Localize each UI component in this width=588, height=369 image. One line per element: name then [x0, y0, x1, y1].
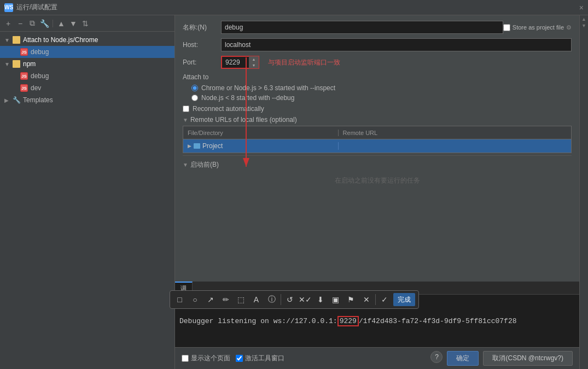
help-button[interactable]: ?: [430, 351, 443, 363]
expand-arrow: ▼: [4, 61, 12, 67]
ann-close-button[interactable]: ✕: [360, 293, 373, 306]
scroll-down-button[interactable]: ▼: [580, 23, 588, 28]
ann-download-button[interactable]: ⬇: [314, 293, 327, 306]
console-text-guid: /1f42d483-fa72-4f3d-9df9-5ff81cc07f28: [359, 317, 517, 325]
add-button[interactable]: +: [3, 19, 13, 28]
port-decrement-button[interactable]: ▼: [249, 62, 259, 68]
tree-node-icon: JS: [20, 48, 28, 56]
config-form: 名称:(N) Store as project file ⚙ Host:: [175, 15, 579, 282]
right-panel: 名称:(N) Store as project file ⚙ Host:: [175, 15, 588, 369]
remote-urls-section: ▼ Remote URLs of local files (optional): [183, 116, 572, 124]
separator: [53, 20, 53, 27]
tree-item-npm-dev[interactable]: JS dev: [0, 82, 174, 94]
bottom-right: ? 确定 取消(CSDN @ntcrwgv?): [430, 351, 573, 366]
store-project-settings-icon[interactable]: ⚙: [566, 24, 572, 31]
store-project-checkbox[interactable]: [503, 24, 510, 31]
ann-undo-button[interactable]: ↺: [283, 293, 296, 306]
close-button[interactable]: ×: [579, 3, 584, 12]
title-bar: WS 运行/调试配置 ×: [0, 0, 588, 15]
port-increment-button[interactable]: ▲: [249, 56, 259, 62]
table-row[interactable]: ▶ Project: [183, 139, 571, 153]
tree-item-debug-selected[interactable]: JS debug: [0, 46, 174, 58]
move-up-button[interactable]: ▲: [56, 19, 66, 28]
tree-folder-icon-npm: [12, 60, 21, 68]
name-input[interactable]: [221, 21, 503, 34]
ann-text-button[interactable]: A: [250, 293, 263, 306]
annotation-toolbar: □ ○ ↗ ✏ ⬚ A ⓘ ↺ ✕✓ ⬇ ▣ ⚑ ✕ ✓ 完成: [170, 290, 419, 309]
title-bar-left: WS 运行/调试配置: [4, 3, 57, 12]
activate-window-row: 激活工具窗口: [236, 354, 284, 363]
host-label: Host:: [183, 41, 221, 49]
remote-urls-label: Remote URLs of local files (optional): [190, 116, 297, 124]
radio-debug[interactable]: [191, 95, 198, 101]
cancel-button[interactable]: 取消(CSDN @ntcrwgv?): [483, 351, 573, 366]
ann-rect-button[interactable]: □: [173, 293, 187, 306]
ann-done-button[interactable]: 完成: [393, 293, 415, 306]
tree-label-npm: npm: [23, 60, 36, 68]
folder-icon: [194, 143, 200, 149]
sidebar-tree: ▼ Attach to Node.js/Chrome JS debug ▼: [0, 32, 174, 369]
remove-button[interactable]: −: [15, 19, 25, 28]
attach-to-label: Attach to: [183, 73, 572, 81]
title-bar-title: 运行/调试配置: [16, 3, 57, 12]
remote-urls-table: File/Directory Remote URL ▶ Project: [183, 126, 572, 153]
port-input-container: ▲ ▼: [221, 56, 259, 69]
tree-item-npm-debug[interactable]: JS debug: [0, 70, 174, 82]
right-panel-content: 名称:(N) Store as project file ⚙ Host:: [175, 15, 579, 369]
tree-item-attach-group[interactable]: ▼ Attach to Node.js/Chrome: [0, 34, 174, 46]
name-label: 名称:(N): [183, 23, 221, 32]
scroll-up-button[interactable]: ▲: [580, 16, 588, 22]
tree-item-templates[interactable]: ▶ 🔧 Templates: [0, 94, 174, 106]
settings-button[interactable]: 🔧: [39, 19, 49, 28]
bottom-bar: 显示这个页面 激活工具窗口 ? 确定 取消(CSDN @ntcrwgv?): [175, 347, 579, 369]
table-header-url: Remote URL: [339, 130, 571, 136]
tree-label-npm-dev: dev: [31, 84, 41, 92]
ann-flag-button[interactable]: ⚑: [345, 293, 358, 306]
ann-crop-button[interactable]: ⬚: [235, 293, 248, 306]
console-text-pre: Debugger listening on ws://127.0.0.1:: [179, 317, 337, 325]
radio-inspect[interactable]: [191, 85, 198, 91]
host-input[interactable]: [221, 38, 572, 51]
ann-draw-button[interactable]: ✏: [219, 293, 232, 306]
expand-arrow: ▼: [4, 37, 12, 43]
sidebar: + − ⧉ 🔧 ▲ ▼ ⇅ ▼ Attach to Node.js/Chrome: [0, 15, 175, 369]
name-store-row: 名称:(N) Store as project file ⚙: [183, 21, 572, 34]
tree-label-debug: debug: [31, 48, 49, 56]
store-project-label: Store as project file: [513, 24, 564, 31]
ann-check-button[interactable]: ✓: [378, 293, 391, 306]
remote-urls-collapse-icon[interactable]: ▼: [183, 117, 188, 123]
ann-multi-button[interactable]: ✕✓: [299, 293, 312, 306]
confirm-button[interactable]: 确定: [447, 351, 479, 366]
ann-select-button[interactable]: ▣: [329, 293, 342, 306]
tree-item-npm-group[interactable]: ▼ npm: [0, 58, 174, 70]
show-page-label: 显示这个页面: [191, 354, 230, 363]
ann-circle-button[interactable]: ○: [189, 293, 202, 306]
row-expand-icon: ▶: [188, 143, 191, 149]
app-icon: WS: [4, 3, 13, 12]
reconnect-label: Reconnect automatically: [193, 105, 264, 113]
move-down-button[interactable]: ▼: [68, 19, 78, 28]
tree-folder-icon: [12, 36, 21, 44]
sort-button[interactable]: ⇅: [80, 19, 90, 28]
main-container: + − ⧉ 🔧 ▲ ▼ ⇅ ▼ Attach to Node.js/Chrome: [0, 15, 588, 369]
show-page-checkbox[interactable]: [182, 355, 189, 362]
ann-arrow-button[interactable]: ↗: [204, 293, 217, 306]
ann-info-button[interactable]: ⓘ: [265, 293, 278, 306]
port-label: Port:: [183, 58, 221, 66]
table-header-file: File/Directory: [183, 130, 339, 136]
before-launch-collapse-icon[interactable]: ▼: [183, 162, 188, 168]
activate-window-checkbox[interactable]: [236, 355, 243, 362]
reconnect-checkbox[interactable]: [183, 106, 189, 112]
before-launch-collapsible: ▼ 启动前(B): [183, 160, 572, 169]
radio-label-debug: Node.js < 8 started with --debug: [201, 94, 294, 102]
radio-row-1: Chrome or Node.js > 6.3 started with --i…: [191, 84, 572, 92]
port-hint: 与项目启动监听端口一致: [268, 58, 340, 67]
activate-window-label: 激活工具窗口: [245, 354, 284, 363]
wrench-icon: 🔧: [12, 96, 21, 104]
ann-sep-1: [281, 294, 281, 305]
sidebar-toolbar: + − ⧉ 🔧 ▲ ▼ ⇅: [0, 15, 174, 32]
copy-button[interactable]: ⧉: [27, 19, 37, 28]
store-project-container: Store as project file ⚙: [503, 24, 572, 31]
tree-label-templates: Templates: [23, 96, 53, 104]
tasks-placeholder: 在启动之前没有要运行的任务: [183, 172, 572, 190]
